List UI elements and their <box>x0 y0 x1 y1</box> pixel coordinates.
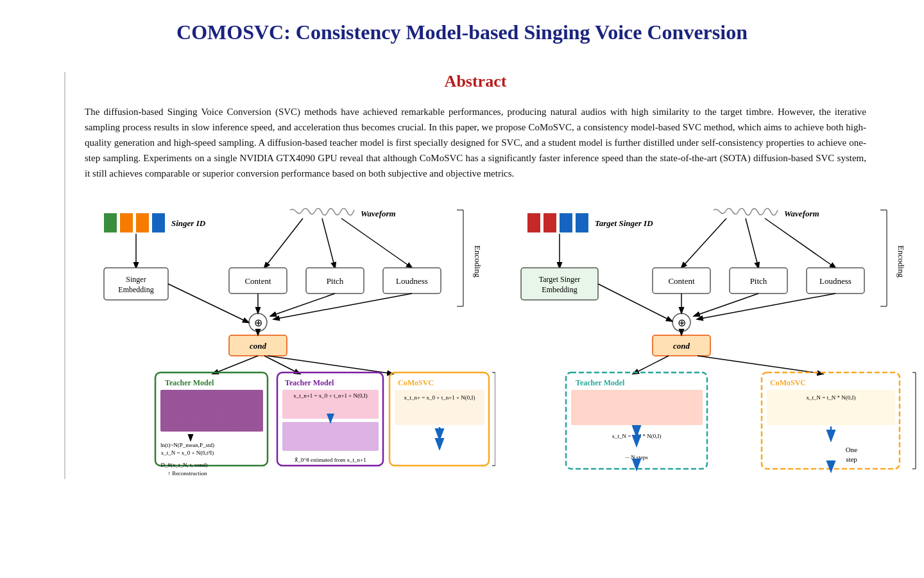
diagram-left: Singer ID Waveform <box>85 207 495 479</box>
svg-text:Pitch: Pitch <box>327 276 344 286</box>
svg-text:x̂_0^θ estimated from x_t_n+1: x̂_0^θ estimated from x_t_n+1 <box>295 457 366 463</box>
svg-line-32 <box>213 356 258 374</box>
svg-line-96 <box>697 356 823 374</box>
svg-text:↑ Reconstruction: ↑ Reconstruction <box>167 470 207 477</box>
svg-rect-1 <box>120 213 133 232</box>
svg-rect-0 <box>104 213 117 232</box>
svg-line-28 <box>274 293 412 319</box>
page-container: COMOSVC: Consistency Model-based Singing… <box>19 0 905 498</box>
svg-rect-10 <box>104 268 168 300</box>
svg-text:··· N steps: ··· N steps <box>625 454 648 460</box>
svg-rect-65 <box>560 213 572 232</box>
svg-text:cond: cond <box>250 341 267 351</box>
svg-text:Waveform: Waveform <box>784 209 819 218</box>
svg-text:Embedding: Embedding <box>542 285 577 294</box>
svg-text:Teacher Model: Teacher Model <box>285 378 334 387</box>
svg-line-27 <box>271 293 335 316</box>
svg-line-71 <box>746 218 758 268</box>
svg-rect-63 <box>527 213 540 232</box>
svg-text:x_t_n+1 = x_0 + t_n+1 + N(0,I): x_t_n+1 = x_0 + t_n+1 + N(0,I) <box>293 392 368 399</box>
svg-rect-38 <box>160 390 263 432</box>
svg-text:Loudness: Loudness <box>819 276 851 286</box>
svg-text:step: step <box>846 455 857 463</box>
svg-text:x_t_n+ = x_0 + t_n+1 + N(0,I): x_t_n+ = x_0 + t_n+1 + N(0,I) <box>404 394 475 401</box>
svg-text:Content: Content <box>668 276 695 286</box>
svg-line-8 <box>322 218 335 268</box>
svg-text:Teacher Model: Teacher Model <box>165 378 214 387</box>
svg-text:⊕: ⊕ <box>254 317 262 328</box>
diagram-left-svg: Singer ID Waveform <box>85 207 495 477</box>
svg-line-95 <box>633 356 669 374</box>
svg-line-33 <box>264 356 300 374</box>
content-area: Abstract The diffusion-based Singing Voi… <box>64 72 866 479</box>
svg-rect-66 <box>576 213 588 232</box>
diagram-area: Singer ID Waveform <box>85 207 866 479</box>
svg-text:Waveform: Waveform <box>361 209 396 218</box>
svg-line-70 <box>681 218 726 268</box>
svg-line-9 <box>341 218 412 268</box>
svg-text:x_t_N = t_N * N(0,I): x_t_N = t_N * N(0,I) <box>807 394 856 401</box>
svg-rect-64 <box>543 213 556 232</box>
svg-text:Pitch: Pitch <box>750 276 767 286</box>
svg-text:Loudness: Loudness <box>396 276 428 286</box>
svg-rect-2 <box>136 213 149 232</box>
svg-text:Content: Content <box>244 276 271 286</box>
diagram-right: Target Singer ID Waveform Target Singer … <box>508 207 919 479</box>
svg-line-7 <box>264 218 303 268</box>
svg-text:CoMoSVC: CoMoSVC <box>398 378 434 387</box>
svg-text:x_t_N = x_0 + N(0,t²I): x_t_N = x_0 + N(0,t²I) <box>161 450 214 456</box>
svg-line-72 <box>765 218 835 268</box>
svg-rect-73 <box>521 268 598 300</box>
svg-text:Embedding: Embedding <box>118 285 153 294</box>
svg-rect-99 <box>571 390 703 425</box>
svg-text:One: One <box>846 446 857 453</box>
svg-line-90 <box>694 293 758 316</box>
svg-text:ln(t)~N(P_mean,P_std): ln(t)~N(P_mean,P_std) <box>160 442 214 448</box>
svg-text:Teacher Model: Teacher Model <box>576 378 625 387</box>
svg-line-34 <box>268 356 393 374</box>
svg-line-91 <box>697 293 835 319</box>
svg-text:CoMoSVC: CoMoSVC <box>770 378 806 387</box>
svg-rect-47 <box>282 422 379 451</box>
svg-text:Encoding: Encoding <box>896 245 906 277</box>
svg-text:Singer ID: Singer ID <box>171 218 206 228</box>
svg-text:cond: cond <box>673 341 690 351</box>
main-title: COMOSVC: Consistency Model-based Singing… <box>58 19 866 46</box>
svg-rect-3 <box>152 213 165 232</box>
diagram-right-svg: Target Singer ID Waveform Target Singer … <box>508 207 919 477</box>
svg-text:D_θ(x_t_N, t, cond): D_θ(x_t_N, t, cond) <box>161 462 208 468</box>
abstract-heading: Abstract <box>85 72 866 91</box>
svg-text:⊕: ⊕ <box>678 317 686 328</box>
svg-text:Target Singer: Target Singer <box>539 275 581 284</box>
svg-text:Singer: Singer <box>126 275 146 284</box>
svg-text:Target Singer ID: Target Singer ID <box>595 218 653 228</box>
abstract-text: The diffusion-based Singing Voice Conver… <box>85 104 866 181</box>
svg-text:Encoding: Encoding <box>473 245 483 277</box>
